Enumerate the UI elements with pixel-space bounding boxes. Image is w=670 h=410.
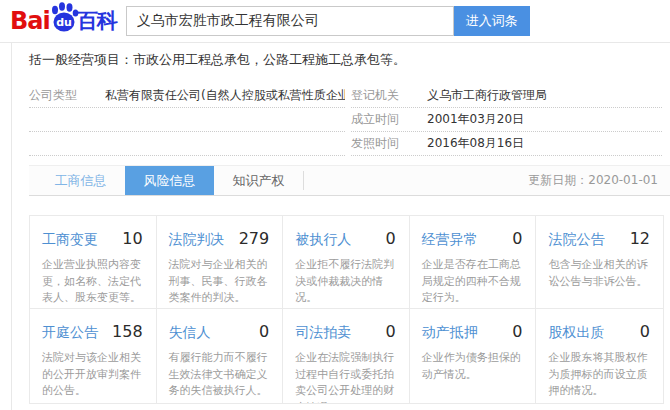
card-count: 0 xyxy=(512,229,527,248)
card-count: 0 xyxy=(640,322,655,341)
card-head: 股权出质 0 xyxy=(548,322,655,342)
card-title-link[interactable]: 经营异常 xyxy=(422,231,478,249)
search-input[interactable] xyxy=(126,6,454,36)
card-count: 12 xyxy=(630,229,655,248)
card-title-link[interactable]: 司法拍卖 xyxy=(295,324,351,342)
card-description: 企业股东将其股权作为质押标的而设立质押的情况。 xyxy=(548,350,655,400)
update-date-text: 更新日期：2020-01-01 xyxy=(528,172,670,189)
baidu-baike-logo[interactable]: Bai du 百科 xyxy=(10,7,117,35)
card-head: 法院公告 12 xyxy=(548,229,655,249)
info-row-empty xyxy=(29,132,345,156)
card-title-link[interactable]: 法院公告 xyxy=(548,231,604,249)
card-count: 158 xyxy=(112,322,148,341)
card-count: 0 xyxy=(386,229,401,248)
info-label: 登记机关 xyxy=(351,87,427,104)
card-description: 法院对与企业相关的刑事、民事、行政各类案件的判决。 xyxy=(169,257,275,307)
card-count: 0 xyxy=(259,322,274,341)
card-title-link[interactable]: 开庭公告 xyxy=(42,324,98,342)
info-row-company-type: 公司类型 私营有限责任公司(自然人控股或私营性质企业控股) xyxy=(29,84,345,108)
card-count: 0 xyxy=(512,322,527,341)
risk-card-hearing-announcement[interactable]: 开庭公告 158 法院对与该企业相关的公开开放审判案件的公告。 xyxy=(30,309,157,403)
risk-card-court-announcement[interactable]: 法院公告 12 包含与企业相关的诉讼公告与非诉公告。 xyxy=(536,216,663,309)
card-description: 企业作为债务担保的动产情况。 xyxy=(422,350,528,383)
risk-card-dishonest-person[interactable]: 失信人 0 有履行能力而不履行生效法律文书确定义务的失信被执行人。 xyxy=(157,309,284,403)
card-title-link[interactable]: 失信人 xyxy=(169,324,211,342)
tab-risk-info[interactable]: 风险信息 xyxy=(125,166,214,195)
card-head: 开庭公告 158 xyxy=(42,322,148,342)
card-description: 企业营业执照内容变更，如名称、法定代表人、股东变更等。 xyxy=(42,257,148,307)
logo-text-du: du xyxy=(56,16,72,29)
tab-intellectual-property[interactable]: 知识产权 xyxy=(214,166,303,195)
baike-header: Bai du 百科 进入词条 xyxy=(0,0,670,42)
card-description: 有履行能力而不履行生效法律文书确定义务的失信被执行人。 xyxy=(169,350,275,400)
card-description: 包含与企业相关的诉讼公告与非诉公告。 xyxy=(548,257,655,290)
card-head: 经营异常 0 xyxy=(422,229,528,249)
enter-entry-button[interactable]: 进入词条 xyxy=(454,6,530,36)
card-title-link[interactable]: 工商变更 xyxy=(42,231,98,249)
card-title-link[interactable]: 法院判决 xyxy=(169,231,225,249)
info-value: 2001年03月20日 xyxy=(427,111,524,128)
risk-card-grid: 工商变更 10 企业营业执照内容变更，如名称、法定代表人、股东变更等。 法院判决… xyxy=(29,215,664,404)
card-head: 工商变更 10 xyxy=(42,229,148,249)
tab-business-info[interactable]: 工商信息 xyxy=(36,166,125,195)
baidu-paw-icon: du xyxy=(48,1,80,33)
card-head: 法院判决 279 xyxy=(169,229,275,249)
risk-card-equity-pledge[interactable]: 股权出质 0 企业股东将其股权作为质押标的而设立质押的情况。 xyxy=(536,309,663,403)
card-count: 0 xyxy=(386,322,401,341)
card-count: 279 xyxy=(239,229,275,248)
card-head: 司法拍卖 0 xyxy=(295,322,401,342)
info-value: 义乌市工商行政管理局 xyxy=(427,87,547,104)
tab-bar: 工商信息 风险信息 知识产权 更新日期：2020-01-01 xyxy=(29,165,670,196)
company-info-table: 公司类型 私营有限责任公司(自然人控股或私营性质企业控股) 登记机关 义乌市工商… xyxy=(29,84,662,156)
risk-card-chattel-mortgage[interactable]: 动产抵押 0 企业作为债务担保的动产情况。 xyxy=(410,309,537,403)
logo-text-baike: 百科 xyxy=(77,7,117,35)
risk-card-enforced-person[interactable]: 被执行人 0 企业拒不履行法院判决或仲裁裁决的情况。 xyxy=(283,216,410,309)
card-description: 企业拒不履行法院判决或仲裁裁决的情况。 xyxy=(295,257,401,307)
info-value: 2016年08月16日 xyxy=(427,135,524,152)
tab-divider xyxy=(303,171,304,190)
business-scope-text: 括一般经营项目：市政公用工程总承包，公路工程施工总承包等。 xyxy=(29,50,662,69)
info-row-empty xyxy=(29,108,345,132)
info-row-registry: 登记机关 义乌市工商行政管理局 xyxy=(351,84,662,108)
risk-card-judicial-auction[interactable]: 司法拍卖 0 企业在法院强制执行过程中自行或委托拍卖公司公开处理的财产情况 xyxy=(283,309,410,403)
card-title-link[interactable]: 股权出质 xyxy=(548,324,604,342)
info-row-license-date: 发照时间 2016年08月16日 xyxy=(351,132,662,156)
info-label: 公司类型 xyxy=(29,87,105,104)
card-head: 失信人 0 xyxy=(169,322,275,342)
info-value: 私营有限责任公司(自然人控股或私营性质企业控股) xyxy=(105,87,345,104)
risk-card-business-change[interactable]: 工商变更 10 企业营业执照内容变更，如名称、法定代表人、股东变更等。 xyxy=(30,216,157,309)
logo-text-bai: Bai xyxy=(10,7,50,35)
info-label: 成立时间 xyxy=(351,111,427,128)
card-title-link[interactable]: 被执行人 xyxy=(295,231,351,249)
info-column-right: 登记机关 义乌市工商行政管理局 成立时间 2001年03月20日 发照时间 20… xyxy=(351,84,662,156)
card-title-link[interactable]: 动产抵押 xyxy=(422,324,478,342)
company-panel: 括一般经营项目：市政公用工程总承包，公路工程施工总承包等。 公司类型 私营有限责… xyxy=(11,43,670,410)
info-label: 发照时间 xyxy=(351,135,427,152)
card-description: 法院对与该企业相关的公开开放审判案件的公告。 xyxy=(42,350,148,400)
card-head: 动产抵押 0 xyxy=(422,322,528,342)
risk-card-court-judgment[interactable]: 法院判决 279 法院对与企业相关的刑事、民事、行政各类案件的判决。 xyxy=(157,216,284,309)
info-row-founded-date: 成立时间 2001年03月20日 xyxy=(351,108,662,132)
info-column-left: 公司类型 私营有限责任公司(自然人控股或私营性质企业控股) xyxy=(29,84,345,156)
card-description: 企业在法院强制执行过程中自行或委托拍卖公司公开处理的财产情况 xyxy=(295,350,401,403)
card-count: 10 xyxy=(122,229,147,248)
card-head: 被执行人 0 xyxy=(295,229,401,249)
risk-card-operation-abnormal[interactable]: 经营异常 0 企业是否存在工商总局规定的四种不合规定行为。 xyxy=(410,216,537,309)
card-description: 企业是否存在工商总局规定的四种不合规定行为。 xyxy=(422,257,528,307)
